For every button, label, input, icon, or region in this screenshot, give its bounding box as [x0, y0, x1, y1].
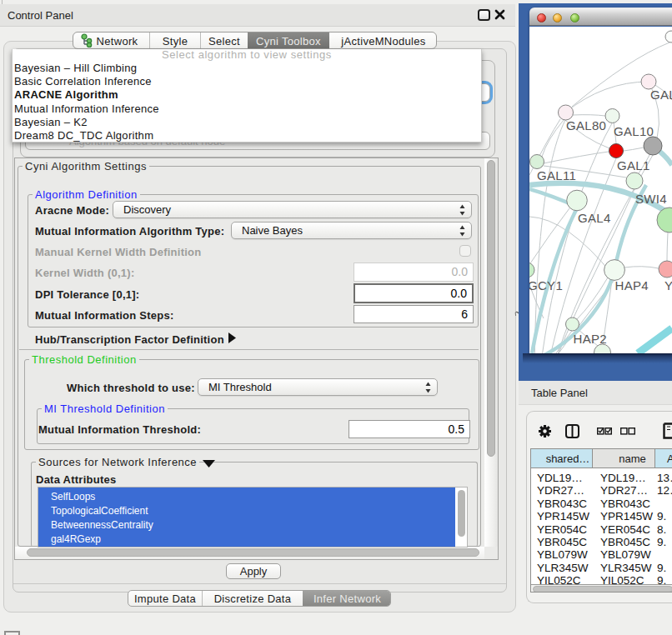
svg-text:HAP2: HAP2 [574, 332, 607, 346]
svg-text:GAL4: GAL4 [578, 211, 611, 225]
svg-text:SWI4: SWI4 [635, 192, 667, 206]
svg-text:GAL2: GAL2 [650, 88, 672, 102]
svg-text:GAL10: GAL10 [614, 124, 654, 138]
svg-text:GAL80: GAL80 [566, 118, 606, 132]
svg-text:HAP4: HAP4 [615, 278, 649, 292]
svg-text:GAL11: GAL11 [537, 168, 576, 182]
svg-text:GCY1: GCY1 [529, 278, 563, 292]
svg-text:Y: Y [664, 278, 672, 292]
svg-text:GAL1: GAL1 [617, 158, 650, 172]
